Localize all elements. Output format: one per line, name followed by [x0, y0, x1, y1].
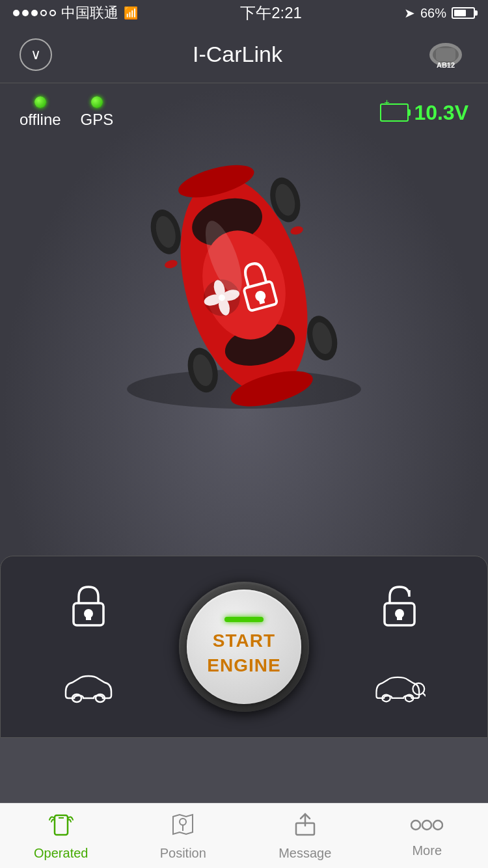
operated-icon [48, 811, 74, 843]
offline-dot [34, 96, 46, 108]
status-time: 下午2:21 [240, 3, 302, 23]
offline-indicator: offline [20, 96, 61, 129]
unlock-button[interactable] [337, 569, 461, 644]
gps-dot [91, 96, 103, 108]
nav-bar: ∨ I-CarLink AB12 [0, 26, 488, 83]
message-icon [292, 811, 318, 843]
carrier-label: 中国联通 [61, 3, 118, 23]
offline-label: offline [20, 111, 61, 129]
signal-dots [13, 10, 56, 16]
tab-more[interactable]: More [366, 813, 489, 858]
svg-point-29 [290, 225, 304, 236]
find-car-button[interactable] [337, 650, 461, 724]
voltage-display: 10.3V [380, 101, 468, 125]
status-left: 中国联通 📶 [13, 3, 138, 23]
more-icon [411, 813, 443, 841]
svg-line-42 [422, 692, 425, 696]
tab-position[interactable]: Position [122, 811, 245, 861]
back-chevron-icon: ∨ [31, 46, 41, 63]
control-grid: START ENGINE [27, 569, 461, 724]
car-badge[interactable]: AB12 [423, 38, 468, 71]
control-panel: START ENGINE [0, 556, 488, 738]
engine-text-line2: ENGINE [207, 655, 280, 677]
tab-bar: Operated Position Message [0, 803, 488, 868]
main-content: offline GPS 10.3V [0, 83, 488, 738]
signal-dot-2 [22, 10, 29, 16]
back-button[interactable]: ∨ [20, 38, 52, 71]
indicators-left: offline GPS [20, 96, 113, 129]
start-engine-button[interactable]: START ENGINE [187, 590, 301, 704]
svg-point-28 [164, 259, 178, 270]
find-car-icon [373, 661, 426, 713]
voltage-value: 10.3V [414, 101, 468, 125]
signal-dot-5 [49, 10, 56, 16]
tab-message-label: Message [278, 846, 331, 861]
gps-indicator: GPS [81, 96, 114, 129]
status-bar: 中国联通 📶 下午2:21 ➤ 66% [0, 0, 488, 26]
tab-more-label: More [412, 843, 442, 858]
tab-position-label: Position [160, 846, 206, 861]
svg-point-49 [433, 821, 442, 830]
svg-rect-33 [86, 614, 91, 620]
tab-message[interactable]: Message [244, 811, 366, 861]
lock-icon [62, 580, 115, 632]
tab-operated-label: Operated [34, 846, 88, 861]
signal-dot-3 [31, 10, 38, 16]
battery-fill [454, 10, 466, 16]
car-image [81, 142, 407, 441]
svg-point-47 [411, 821, 420, 830]
lock-button[interactable] [27, 569, 151, 644]
app-title: I-CarLink [193, 42, 282, 67]
svg-point-48 [422, 821, 431, 830]
svg-rect-2 [436, 48, 455, 61]
trunk-icon [62, 661, 115, 713]
gps-label: GPS [81, 111, 114, 129]
svg-rect-36 [397, 614, 402, 620]
start-engine-area: START ENGINE [157, 569, 331, 724]
battery-percent: 66% [420, 6, 446, 21]
wifi-icon: 📶 [124, 6, 138, 20]
car-badge-icon: AB12 [423, 38, 468, 71]
location-icon: ➤ [404, 5, 415, 21]
svg-text:AB12: AB12 [437, 61, 455, 69]
battery-car-icon [380, 103, 409, 122]
engine-text-line1: START [213, 630, 275, 652]
battery-icon [452, 7, 475, 19]
start-engine-outer: START ENGINE [179, 582, 309, 712]
signal-dot-1 [13, 10, 20, 16]
svg-point-45 [180, 819, 186, 825]
signal-dot-4 [40, 10, 47, 16]
unlock-icon [373, 580, 426, 632]
status-right: ➤ 66% [404, 5, 475, 21]
position-icon [170, 811, 196, 843]
trunk-button[interactable] [27, 650, 151, 724]
tab-operated[interactable]: Operated [0, 811, 122, 861]
status-indicators: offline GPS 10.3V [20, 96, 468, 129]
engine-indicator [224, 617, 264, 622]
car-display [62, 135, 426, 448]
